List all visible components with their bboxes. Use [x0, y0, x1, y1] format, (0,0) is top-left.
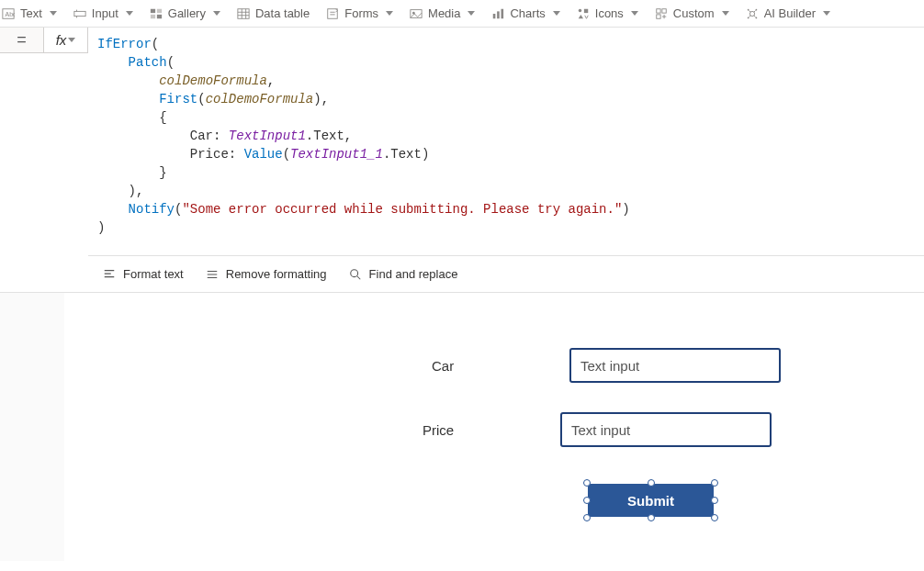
- chevron-down-icon: [468, 11, 475, 16]
- ribbon-item-label: Text: [20, 6, 42, 20]
- svg-rect-2: [74, 11, 85, 16]
- svg-rect-13: [501, 8, 504, 18]
- search-icon: [349, 268, 362, 281]
- svg-rect-4: [157, 8, 162, 12]
- ribbon-text[interactable]: AbcText: [2, 6, 57, 20]
- ribbon-forms[interactable]: Forms: [326, 6, 393, 20]
- find-replace-button[interactable]: Find and replace: [349, 267, 458, 281]
- formula-equals: =: [0, 28, 44, 53]
- svg-point-14: [579, 8, 582, 12]
- ribbon-item-label: Custom: [673, 6, 715, 20]
- text-icon: Abc: [2, 7, 15, 20]
- ribbon-icons[interactable]: Icons: [577, 6, 638, 20]
- format-text-label: Format text: [123, 267, 184, 281]
- ribbon-ai-builder[interactable]: AI Builder: [746, 6, 830, 20]
- selection-handle[interactable]: [648, 479, 655, 487]
- chevron-down-icon: [722, 11, 729, 16]
- svg-rect-8: [328, 8, 338, 18]
- selection-handle[interactable]: [711, 497, 718, 504]
- selection-handle[interactable]: [711, 514, 718, 521]
- canvas-area: Car Text input Price Text input Submit: [0, 293, 924, 561]
- svg-text:Abc: Abc: [6, 10, 16, 17]
- ribbon-item-label: Forms: [344, 6, 378, 20]
- chevron-down-icon: [213, 11, 220, 16]
- forms-icon: [326, 7, 339, 20]
- svg-rect-5: [151, 14, 155, 17]
- format-text-icon: [103, 268, 116, 281]
- ribbon-gallery[interactable]: Gallery: [150, 6, 220, 20]
- svg-point-20: [747, 8, 749, 10]
- chevron-down-icon: [823, 11, 830, 16]
- svg-rect-16: [657, 8, 660, 12]
- ribbon-data-table[interactable]: Data table: [237, 6, 310, 20]
- custom-icon: [655, 7, 668, 20]
- submit-button-selected[interactable]: Submit: [588, 484, 714, 517]
- ai-builder-icon: [746, 7, 759, 20]
- gallery-icon: [150, 7, 163, 20]
- ribbon-custom[interactable]: Custom: [655, 6, 729, 20]
- ribbon-media[interactable]: Media: [410, 6, 475, 20]
- remove-formatting-label: Remove formatting: [226, 267, 327, 281]
- chevron-down-icon: [50, 11, 57, 16]
- formula-bar-area: = fx IfError( Patch( colDemoFormula, Fir…: [0, 28, 924, 293]
- formula-editor[interactable]: IfError( Patch( colDemoFormula, First(co…: [88, 28, 924, 255]
- ribbon-item-label: Charts: [510, 6, 545, 20]
- ribbon-item-label: Input: [92, 6, 118, 20]
- table-icon: [237, 7, 250, 20]
- insert-ribbon: AbcTextInputGalleryData tableFormsMediaC…: [0, 0, 924, 28]
- format-text-button[interactable]: Format text: [103, 267, 184, 281]
- formula-toolbar: Format text Remove formatting Find and r…: [88, 255, 924, 292]
- svg-point-23: [755, 17, 757, 18]
- selection-handle[interactable]: [583, 497, 591, 504]
- ribbon-item-label: Icons: [595, 6, 624, 20]
- chevron-down-icon: [631, 11, 638, 16]
- ribbon-item-label: Gallery: [168, 6, 206, 20]
- icons-icon: [577, 7, 590, 20]
- svg-rect-3: [151, 8, 155, 12]
- label-price: Price: [423, 422, 468, 438]
- ribbon-item-label: Media: [428, 6, 460, 20]
- selection-handle[interactable]: [711, 479, 718, 487]
- chevron-down-icon: [126, 11, 133, 16]
- form-row-car: Car Text input: [432, 348, 781, 383]
- remove-formatting-icon: [206, 268, 219, 281]
- selection-handle[interactable]: [583, 479, 591, 487]
- chevron-down-icon: [553, 11, 560, 16]
- fx-button[interactable]: fx: [44, 28, 88, 53]
- svg-rect-12: [498, 11, 501, 18]
- svg-rect-18: [657, 14, 660, 17]
- svg-rect-7: [238, 8, 249, 18]
- svg-rect-6: [157, 14, 162, 17]
- selection-handle[interactable]: [583, 514, 591, 521]
- find-replace-label: Find and replace: [369, 267, 458, 281]
- form-row-price: Price Text input: [423, 412, 772, 447]
- chevron-down-icon: [386, 11, 393, 16]
- textinput-car[interactable]: Text input: [569, 348, 781, 383]
- media-icon: [410, 7, 423, 20]
- selection-handle[interactable]: [648, 514, 655, 521]
- chevron-down-icon: [68, 38, 75, 42]
- svg-rect-17: [662, 8, 666, 12]
- charts-icon: [491, 7, 504, 20]
- svg-point-24: [350, 269, 357, 276]
- ribbon-input[interactable]: Input: [73, 6, 133, 20]
- textinput-price[interactable]: Text input: [560, 412, 772, 447]
- label-car: Car: [432, 358, 478, 374]
- ribbon-item-label: AI Builder: [764, 6, 816, 20]
- submit-button[interactable]: Submit: [588, 484, 714, 517]
- svg-point-21: [755, 8, 757, 10]
- ribbon-charts[interactable]: Charts: [491, 6, 559, 20]
- ribbon-item-label: Data table: [255, 6, 310, 20]
- remove-formatting-button[interactable]: Remove formatting: [206, 267, 327, 281]
- app-canvas[interactable]: Car Text input Price Text input Submit: [64, 293, 924, 561]
- svg-rect-15: [584, 8, 588, 12]
- input-icon: [73, 7, 86, 20]
- svg-point-22: [747, 17, 749, 18]
- svg-rect-11: [493, 14, 496, 18]
